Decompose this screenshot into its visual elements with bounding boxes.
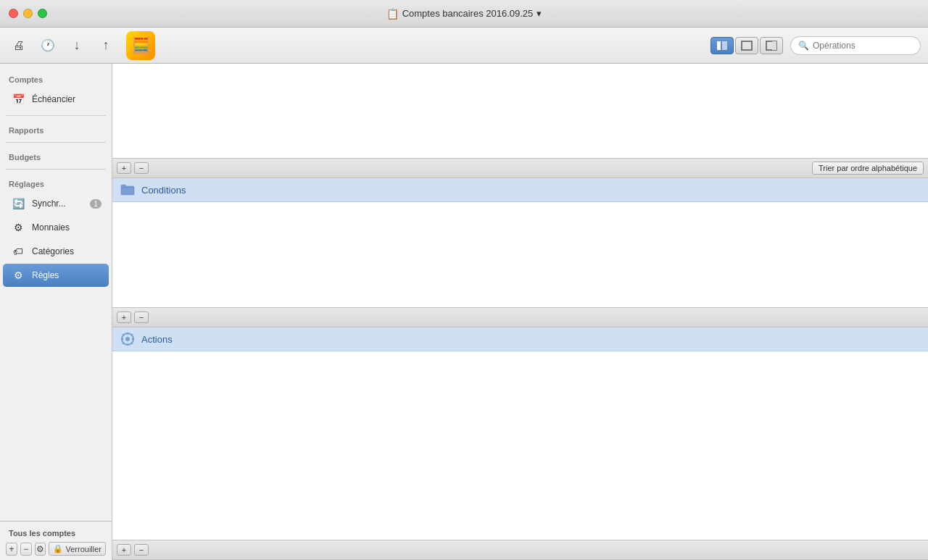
conditions-list-row[interactable]: Conditions [112,178,928,202]
reglages-section-label: Réglages [0,174,112,191]
download-icon: ↓ [74,38,80,53]
view-left-icon [716,41,728,51]
bottom-remove-button[interactable]: − [134,544,149,556]
conditions-toolbar-right: Trier par ordre alphabétique [812,162,924,175]
search-icon: 🔍 [798,41,809,51]
footer-add-button[interactable]: + [6,543,17,556]
lock-button[interactable]: 🔒 Verrouiller [49,542,106,556]
folder-icon-svg [120,183,135,196]
close-button[interactable] [9,9,18,18]
view-right-button[interactable] [760,37,783,54]
calculator-icon: 🧮 [126,31,155,60]
sidebar-footer: Tous les comptes + − ⚙ 🔒 Verrouiller [0,521,112,560]
svg-rect-1 [722,41,727,50]
categories-icon: 🏷 [10,243,26,259]
conditions-label: Conditions [141,185,186,196]
sidebar-regles-label: Règles [32,270,102,280]
file-icon: 📋 [386,8,399,20]
view-right-icon [766,41,777,51]
view-left-button[interactable] [710,37,734,54]
history-icon: 🕐 [41,38,55,52]
sidebar-divider-3 [6,169,106,170]
sync-icon: 🔄 [10,196,26,212]
svg-rect-2 [742,41,752,50]
actions-label: Actions [141,334,173,345]
view-mid-button[interactable] [735,37,758,54]
bottom-toolbar: + − [112,540,928,560]
view-controls [710,37,783,54]
svg-rect-4 [772,41,776,50]
sidebar-item-synchr[interactable]: 🔄 Synchr... 1 [3,192,109,215]
titlebar: 📋 Comptes bancaires 2016.09.25 ▾ [0,0,928,28]
maximize-button[interactable] [38,9,47,18]
sidebar-divider-1 [6,115,106,116]
conditions-body [112,202,928,307]
lock-icon: 🔒 [53,544,63,553]
title-dropdown-icon[interactable]: ▾ [536,8,542,19]
actions-body [112,351,928,540]
print-button[interactable]: 🖨 [7,34,30,57]
svg-point-6 [125,337,130,341]
budgets-section-label: Budgets [0,147,112,164]
footer-gear-button[interactable]: ⚙ [35,543,46,556]
sidebar: Comptes 📅 Échéancier Rapports Budgets Ré… [0,64,112,560]
window-title: 📋 Comptes bancaires 2016.09.25 ▾ [386,8,542,20]
print-icon: 🖨 [13,39,25,52]
tous-les-comptes-label: Tous les comptes [6,526,106,542]
comptes-section-label: Comptes [0,70,112,87]
sidebar-divider-2 [6,142,106,143]
regles-icon: ⚙ [10,267,26,283]
actions-gear-icon [120,331,136,347]
actions-list-row[interactable]: Actions [112,327,928,351]
sidebar-item-regles[interactable]: ⚙ Règles [3,264,109,287]
sidebar-monnaies-label: Monnaies [32,222,102,233]
sidebar-item-echeancier[interactable]: 📅 Échéancier [3,88,109,111]
view-mid-icon [741,41,753,51]
main-layout: Comptes 📅 Échéancier Rapports Budgets Ré… [0,64,928,560]
content-area: + − Trier par ordre alphabétique Conditi… [112,64,928,560]
conditions-remove-button[interactable]: − [134,162,149,174]
actions-toolbar: + − [112,307,928,327]
conditions-folder-icon [120,182,136,198]
footer-controls: + − ⚙ 🔒 Verrouiller [6,542,106,556]
synchr-badge: 1 [90,199,102,209]
bottom-add-button[interactable]: + [117,544,131,556]
search-box[interactable]: 🔍 [790,36,921,55]
conditions-add-button[interactable]: + [117,162,131,174]
conditions-toolbar: + − Trier par ordre alphabétique [112,158,928,178]
upload-icon: ↑ [103,38,109,53]
gear-icon-svg [120,332,135,346]
sort-button[interactable]: Trier par ordre alphabétique [812,162,924,175]
monnaies-icon: ⚙ [10,220,26,235]
traffic-lights [9,9,47,18]
lock-label: Verrouiller [65,545,102,553]
actions-add-button[interactable]: + [117,312,131,323]
sidebar-echeancier-label: Échéancier [32,94,102,104]
search-input[interactable] [813,41,913,51]
top-empty-area [112,64,928,158]
upload-button[interactable]: ↑ [94,34,117,57]
sidebar-synchr-label: Synchr... [32,198,84,209]
sidebar-categories-label: Catégories [32,246,102,256]
actions-remove-button[interactable]: − [134,312,149,323]
sidebar-item-categories[interactable]: 🏷 Catégories [3,240,109,263]
download-button[interactable]: ↓ [65,34,88,57]
svg-rect-0 [717,41,721,50]
history-button[interactable]: 🕐 [36,34,59,57]
calendar-icon: 📅 [10,91,26,107]
rapports-section-label: Rapports [0,120,112,138]
sidebar-item-monnaies[interactable]: ⚙ Monnaies [3,216,109,239]
sidebar-content: Comptes 📅 Échéancier Rapports Budgets Ré… [0,64,112,521]
minimize-button[interactable] [23,9,33,18]
toolbar: 🖨 🕐 ↓ ↑ 🧮 🔍 [0,28,928,64]
title-text: Comptes bancaires 2016.09.25 [402,8,534,19]
footer-remove-button[interactable]: − [20,543,32,556]
